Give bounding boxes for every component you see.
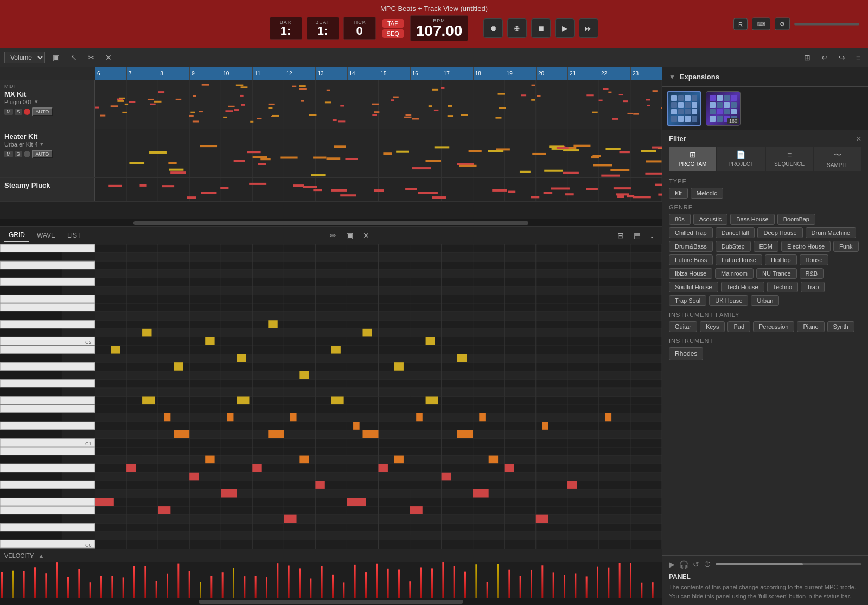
tag-dancehall[interactable]: DanceHall — [716, 227, 755, 238]
play-button[interactable]: ▶ — [555, 18, 575, 38]
tag-nu-trance[interactable]: NU Trance — [756, 268, 797, 279]
redo-button[interactable]: ↪ — [835, 52, 848, 63]
menu-button[interactable]: ≡ — [853, 52, 864, 63]
tag-tech-house[interactable]: Tech House — [721, 282, 764, 292]
tab-grid[interactable]: GRID — [4, 229, 29, 242]
headphone-btn[interactable]: 🎧 — [679, 560, 688, 569]
metro-btn[interactable]: ⏱ — [704, 560, 711, 569]
tag-funk[interactable]: Funk — [833, 241, 858, 252]
track-content-3[interactable] — [95, 178, 662, 201]
tag-80s[interactable]: 80s — [669, 214, 691, 225]
tag-futurehouse[interactable]: FutureHouse — [716, 254, 762, 265]
loop-btn[interactable]: ↺ — [693, 560, 699, 569]
track-header: 6 7 8 9 10 11 12 13 14 15 16 17 18 19 20… — [0, 67, 662, 219]
tag-mainroom[interactable]: Mainroom — [715, 268, 754, 279]
tag-acoustic[interactable]: Acoustic — [693, 214, 728, 225]
ruler-mark-11: 11 — [252, 67, 284, 80]
pointer-tool[interactable]: ↖ — [67, 52, 80, 63]
mute-btn-1[interactable]: M — [4, 109, 13, 115]
stop-button[interactable]: ⏹ — [531, 18, 551, 38]
erase-grid-tool[interactable]: ✕ — [360, 230, 373, 241]
tag-techno[interactable]: Techno — [767, 282, 798, 292]
piano-keys — [0, 244, 95, 549]
tag-drumandbass[interactable]: Drum&Bass — [669, 241, 713, 252]
keyboard-button[interactable]: ⌨ — [752, 18, 770, 30]
solo-btn-2[interactable]: S — [15, 151, 22, 157]
tag-ibiza-house[interactable]: Ibiza House — [669, 268, 712, 279]
pencil-tool[interactable]: ✏ — [327, 230, 340, 241]
snap-grid-btn[interactable]: ⊟ — [614, 230, 627, 241]
bottom-scrollbar[interactable] — [0, 597, 662, 605]
grid-note-area[interactable] — [95, 244, 662, 549]
tab-sample-label: SAMPLE — [827, 162, 849, 168]
genre-section-title: GENRE — [669, 204, 861, 211]
h-scrollbar[interactable] — [0, 219, 662, 227]
undo-button[interactable]: ↩ — [818, 52, 831, 63]
tag-trap[interactable]: Trap — [801, 282, 825, 292]
tag-drum-machine[interactable]: Drum Machine — [806, 227, 857, 238]
tag-pad[interactable]: Pad — [727, 321, 750, 332]
ruler-mark-20: 20 — [536, 67, 567, 80]
tag-bass-house[interactable]: Bass House — [730, 214, 774, 225]
tab-project[interactable]: 📄 PROJECT — [717, 147, 764, 171]
tag-rnb[interactable]: R&B — [800, 268, 824, 279]
piano-roll-btn[interactable]: ▤ — [630, 230, 644, 241]
expansion-thumb-1[interactable] — [667, 91, 701, 126]
auto-btn-2[interactable]: AUTO — [32, 150, 53, 158]
monitor-button[interactable]: R — [733, 18, 748, 30]
tap-button[interactable]: TAP — [382, 19, 404, 28]
velocity-bars[interactable] — [0, 562, 662, 598]
volume-select[interactable]: Volume — [4, 52, 45, 63]
solo-btn-1[interactable]: S — [15, 109, 22, 115]
filter-close-button[interactable]: ✕ — [856, 135, 861, 143]
tag-hiphop[interactable]: HipHop — [765, 254, 797, 265]
mute-tool[interactable]: ✕ — [102, 52, 115, 63]
overdub-button[interactable]: ⊕ — [507, 18, 527, 38]
select-grid-tool[interactable]: ▣ — [343, 230, 356, 241]
settings-button[interactable]: ⚙ — [775, 18, 790, 30]
tag-uk-house[interactable]: UK House — [709, 295, 748, 306]
auto-btn-1[interactable]: AUTO — [32, 107, 53, 116]
seq-button[interactable]: SEQ — [382, 29, 404, 38]
tag-guitar[interactable]: Guitar — [669, 321, 697, 332]
play-panel-btn[interactable]: ▶ — [669, 560, 675, 569]
select-tool[interactable]: ▣ — [49, 52, 63, 63]
skip-forward-button[interactable]: ⏭ — [579, 18, 598, 38]
track-content-1[interactable] — [95, 80, 662, 129]
tag-future-bass[interactable]: Future Bass — [669, 254, 713, 265]
eraser-tool[interactable]: ✂ — [85, 52, 98, 63]
tag-dubstep[interactable]: DubStep — [716, 241, 751, 252]
ruler-mark-10: 10 — [221, 67, 252, 80]
tab-program[interactable]: ⊞ PROGRAM — [669, 147, 716, 171]
tag-melodic[interactable]: Melodic — [691, 188, 723, 199]
project-icon: 📄 — [736, 150, 745, 159]
tag-chilled-trap[interactable]: Chilled Trap — [669, 227, 713, 238]
mute-btn-2[interactable]: M — [4, 151, 13, 157]
notes-btn[interactable]: ♩ — [647, 230, 658, 241]
tag-boombap[interactable]: BoomBap — [777, 214, 815, 225]
tab-sample[interactable]: 〜 SAMPLE — [814, 147, 861, 171]
master-volume-slider[interactable] — [794, 23, 859, 25]
tag-trap-soul[interactable]: Trap Soul — [669, 295, 706, 306]
tab-wave[interactable]: WAVE — [33, 230, 60, 241]
record-button[interactable]: ⏺ — [483, 18, 503, 38]
snap-button[interactable]: ⊞ — [801, 52, 814, 63]
tab-list[interactable]: LIST — [63, 230, 85, 241]
tag-synth[interactable]: Synth — [827, 321, 854, 332]
tag-house[interactable]: House — [800, 254, 829, 265]
tag-piano[interactable]: Piano — [797, 321, 824, 332]
tab-sequence[interactable]: ≡ SEQUENCE — [766, 147, 813, 171]
track-content-2[interactable] — [95, 129, 662, 177]
tag-edm[interactable]: EDM — [754, 241, 778, 252]
tag-urban[interactable]: Urban — [751, 295, 779, 306]
tag-kit[interactable]: Kit — [669, 188, 688, 199]
tag-percussion[interactable]: Percussion — [753, 321, 794, 332]
tag-keys[interactable]: Keys — [700, 321, 725, 332]
expansions-title: Expansions — [680, 73, 719, 81]
tag-electro-house[interactable]: Electro House — [781, 241, 831, 252]
tag-deep-house[interactable]: Deep House — [757, 227, 802, 238]
expansion-thumb-2[interactable]: 160 — [706, 91, 741, 126]
tag-soulful-house[interactable]: Soulful House — [669, 282, 718, 292]
playback-progress[interactable] — [716, 563, 861, 565]
ruler-mark-21: 21 — [567, 67, 599, 80]
